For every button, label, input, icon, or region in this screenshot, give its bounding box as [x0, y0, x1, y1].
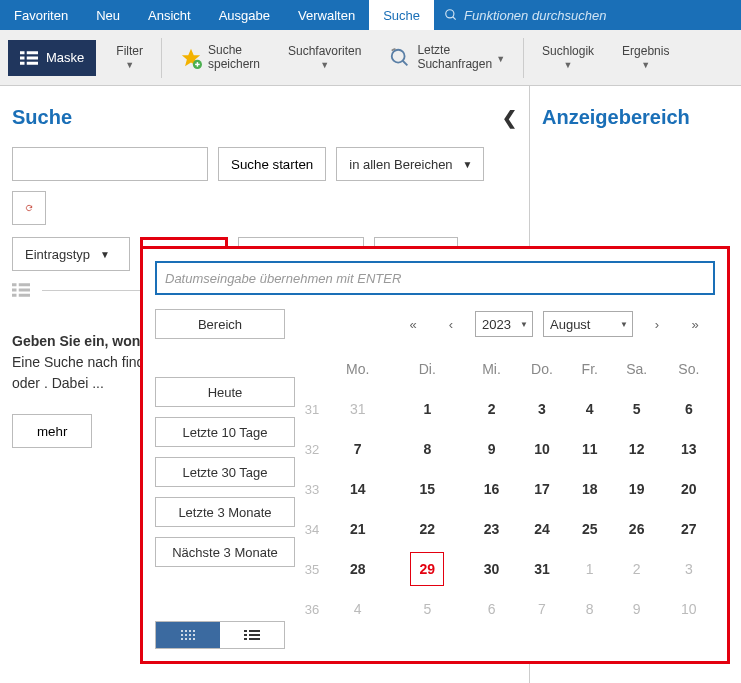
calendar-day[interactable]: 8 [569, 589, 611, 629]
calendar-day[interactable]: 2 [468, 389, 515, 429]
calendar-day[interactable]: 27 [663, 509, 715, 549]
maske-button[interactable]: Maske [8, 40, 96, 76]
calendar-day[interactable]: 9 [611, 589, 663, 629]
search-icon [444, 8, 458, 22]
calendar-day[interactable]: 12 [611, 429, 663, 469]
menu-ausgabe[interactable]: Ausgabe [205, 0, 284, 30]
refresh-icon [25, 200, 33, 216]
svg-rect-33 [249, 630, 260, 632]
calendar-day[interactable]: 13 [663, 429, 715, 469]
calendar-day[interactable]: 30 [468, 549, 515, 589]
calendar-day[interactable]: 9 [468, 429, 515, 469]
collapse-left-icon[interactable]: ❮ [502, 107, 517, 129]
calendar-day[interactable]: 4 [569, 389, 611, 429]
calendar-day[interactable]: 14 [329, 469, 386, 509]
calendar-day[interactable]: 29 [386, 549, 468, 589]
calendar-day[interactable]: 10 [663, 589, 715, 629]
shortcut-letzte-30-tage[interactable]: Letzte 30 Tage [155, 457, 295, 487]
next-month-button[interactable]: › [643, 311, 671, 337]
chevron-down-icon: ▼ [100, 249, 110, 260]
calendar-day[interactable]: 6 [663, 389, 715, 429]
refresh-button[interactable] [12, 191, 46, 225]
date-picker-popup: Datumseingabe übernehmen mit ENTER Berei… [140, 246, 730, 664]
calendar-day[interactable]: 3 [515, 389, 569, 429]
shortcut-nächste-3-monate[interactable]: Nächste 3 Monate [155, 537, 295, 567]
calendar-day[interactable]: 5 [386, 589, 468, 629]
calendar-day[interactable]: 20 [663, 469, 715, 509]
calendar-day[interactable]: 28 [329, 549, 386, 589]
prev-year-button[interactable]: « [399, 311, 427, 337]
function-search-placeholder: Funktionen durchsuchen [464, 8, 606, 23]
calendar-day[interactable]: 17 [515, 469, 569, 509]
calendar-day[interactable]: 22 [386, 509, 468, 549]
month-select[interactable]: August [543, 311, 633, 337]
weekday-header: Fr. [569, 349, 611, 389]
view-toggle [155, 621, 285, 649]
calendar-day[interactable]: 8 [386, 429, 468, 469]
svg-point-26 [189, 634, 191, 636]
scope-dropdown[interactable]: in allen Bereichen▼ [336, 147, 484, 181]
search-favorites-button[interactable]: Suchfavoriten▼ [274, 30, 375, 86]
range-button[interactable]: Bereich [155, 309, 285, 339]
function-search[interactable]: Funktionen durchsuchen [434, 0, 616, 30]
calendar-day[interactable]: 23 [468, 509, 515, 549]
menu-suche[interactable]: Suche [369, 0, 434, 30]
calendar-day[interactable]: 25 [569, 509, 611, 549]
entry-type-dropdown[interactable]: Eintragstyp▼ [12, 237, 130, 271]
svg-point-24 [181, 634, 183, 636]
calendar-day[interactable]: 1 [569, 549, 611, 589]
shortcut-letzte-10-tage[interactable]: Letzte 10 Tage [155, 417, 295, 447]
search-logic-button[interactable]: Suchlogik▼ [528, 30, 608, 86]
more-button[interactable]: mehr [12, 414, 92, 448]
menu-ansicht[interactable]: Ansicht [134, 0, 205, 30]
save-search-button[interactable]: Suchespeichern [166, 30, 274, 86]
calendar-day[interactable]: 2 [611, 549, 663, 589]
view-grid-button[interactable] [156, 622, 220, 648]
year-select[interactable]: 2023 [475, 311, 533, 337]
calendar-day[interactable]: 1 [386, 389, 468, 429]
menu-neu[interactable]: Neu [82, 0, 134, 30]
prev-month-button[interactable]: ‹ [437, 311, 465, 337]
calendar-day[interactable]: 11 [569, 429, 611, 469]
shortcut-heute[interactable]: Heute [155, 377, 295, 407]
start-search-button[interactable]: Suche starten [218, 147, 326, 181]
chevron-down-icon: ▼ [564, 60, 573, 70]
calendar-day[interactable]: 26 [611, 509, 663, 549]
calendar-day[interactable]: 19 [611, 469, 663, 509]
menu-favoriten[interactable]: Favoriten [0, 0, 82, 30]
calendar-day[interactable]: 18 [569, 469, 611, 509]
calendar-day[interactable]: 5 [611, 389, 663, 429]
recent-searches-button[interactable]: LetzteSuchanfragen ▼ [375, 30, 519, 86]
svg-point-29 [185, 638, 187, 640]
calendar-day[interactable]: 6 [468, 589, 515, 629]
calendar-day[interactable]: 24 [515, 509, 569, 549]
calendar-day[interactable]: 21 [329, 509, 386, 549]
filter-button[interactable]: Filter▼ [102, 30, 157, 86]
weekday-header: Mo. [329, 349, 386, 389]
svg-point-30 [189, 638, 191, 640]
display-area-title: Anzeigebereich [542, 106, 690, 129]
weekday-header: Do. [515, 349, 569, 389]
view-list-button[interactable] [220, 622, 284, 648]
date-input[interactable]: Datumseingabe übernehmen mit ENTER [155, 261, 715, 295]
calendar-day[interactable]: 31 [515, 549, 569, 589]
calendar-day[interactable]: 31 [329, 389, 386, 429]
calendar-day[interactable]: 7 [515, 589, 569, 629]
calendar-day[interactable]: 16 [468, 469, 515, 509]
result-button[interactable]: Ergebnis▼ [608, 30, 683, 86]
calendar-day[interactable]: 7 [329, 429, 386, 469]
svg-rect-15 [12, 289, 17, 292]
next-year-button[interactable]: » [681, 311, 709, 337]
calendar-day[interactable]: 4 [329, 589, 386, 629]
search-input[interactable] [12, 147, 208, 181]
separator [523, 38, 524, 78]
calendar-day[interactable]: 15 [386, 469, 468, 509]
calendar-day[interactable]: 10 [515, 429, 569, 469]
form-icon [12, 283, 30, 297]
menu-verwalten[interactable]: Verwalten [284, 0, 369, 30]
shortcut-letzte-3-monate[interactable]: Letzte 3 Monate [155, 497, 295, 527]
svg-line-1 [453, 17, 456, 20]
svg-rect-7 [27, 61, 38, 64]
svg-rect-14 [12, 283, 17, 286]
calendar-day[interactable]: 3 [663, 549, 715, 589]
